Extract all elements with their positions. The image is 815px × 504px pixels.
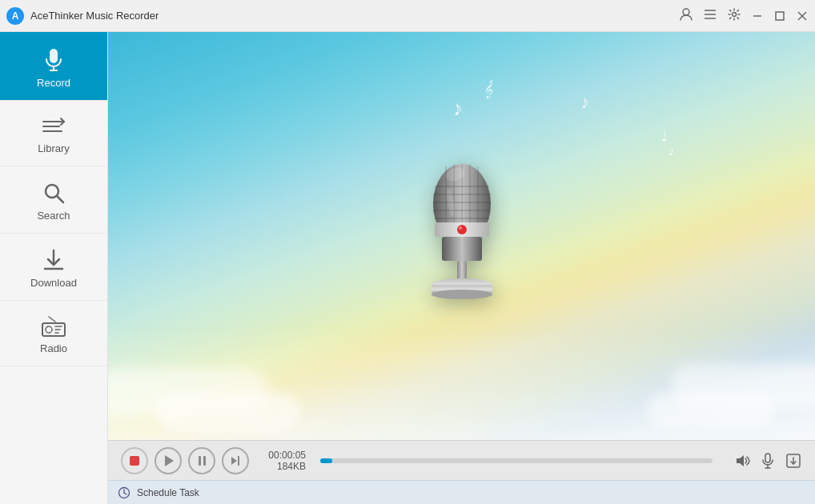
volume-button[interactable] — [733, 452, 751, 470]
cloud-left2 — [156, 392, 300, 432]
maximize-button[interactable] — [773, 10, 786, 22]
close-button[interactable] — [796, 10, 809, 22]
music-note-2: 𝄞 — [483, 79, 495, 98]
minimize-button[interactable] — [751, 10, 764, 22]
sidebar-item-search[interactable]: Search — [0, 166, 107, 234]
play-button[interactable] — [155, 447, 182, 474]
schedule-task-label: Schedule Task — [137, 487, 199, 498]
stop-button[interactable] — [121, 447, 148, 474]
settings-icon[interactable] — [727, 7, 741, 25]
right-controls — [733, 452, 802, 470]
download-icon — [42, 248, 66, 272]
svg-rect-46 — [765, 454, 770, 462]
download-label: Download — [30, 277, 77, 289]
sidebar-item-download[interactable]: Download — [0, 234, 107, 301]
app-logo: A — [6, 7, 24, 25]
svg-line-53 — [124, 493, 126, 494]
svg-marker-45 — [737, 455, 744, 466]
app-logo-letter: A — [12, 10, 19, 22]
record-label: Record — [37, 77, 70, 89]
sky-background: ♪ 𝄞 ♪ ♪ ♩ ♪ — [108, 32, 815, 440]
svg-point-43 — [432, 290, 492, 299]
svg-point-37 — [457, 225, 467, 234]
svg-point-0 — [683, 9, 689, 15]
transport-controls: 00:00:05 184KB — [108, 440, 815, 480]
progress-bar[interactable] — [320, 458, 713, 463]
mic-button[interactable] — [759, 452, 777, 470]
schedule-task-bar[interactable]: Schedule Task — [108, 480, 815, 504]
microphone — [406, 146, 518, 326]
svg-rect-9 — [50, 49, 58, 63]
skip-button[interactable] — [222, 447, 249, 474]
skip-triangle — [231, 457, 237, 465]
svg-rect-6 — [776, 12, 784, 20]
menu-icon[interactable] — [703, 7, 717, 25]
svg-line-16 — [57, 196, 63, 202]
svg-point-38 — [459, 226, 462, 230]
clock-icon — [118, 486, 130, 499]
sidebar-item-library[interactable]: Library — [0, 101, 107, 166]
svg-rect-39 — [442, 237, 482, 261]
elapsed-time: 00:00:05 — [268, 450, 306, 461]
pause-bar-1 — [199, 456, 201, 466]
sidebar-item-radio[interactable]: Radio — [0, 301, 107, 366]
search-label: Search — [37, 210, 70, 222]
pause-button[interactable] — [188, 447, 215, 474]
skip-icon — [231, 456, 239, 466]
search-icon — [42, 181, 66, 205]
export-button[interactable] — [785, 452, 802, 470]
time-info: 00:00:05 184KB — [262, 450, 306, 472]
pause-icon — [199, 456, 206, 466]
microphone-icon — [41, 46, 66, 72]
title-bar-controls — [679, 7, 809, 25]
svg-point-4 — [733, 12, 737, 16]
music-note-1: ♪ — [450, 95, 464, 122]
cloud-right2 — [647, 392, 775, 428]
skip-bar — [238, 456, 239, 466]
music-note-5: ♩ — [660, 128, 668, 146]
svg-point-20 — [46, 326, 52, 333]
account-icon[interactable] — [679, 7, 693, 25]
title-bar-left: A AceThinker Music Recorder — [6, 7, 159, 25]
app-title: AceThinker Music Recorder — [30, 10, 159, 22]
pause-bar-2 — [203, 456, 206, 466]
main-layout: Record Library Search — [0, 32, 815, 504]
music-note-3: ♪ — [580, 92, 590, 114]
sidebar: Record Library Search — [0, 32, 108, 504]
progress-fill — [320, 458, 332, 463]
title-bar: A AceThinker Music Recorder — [0, 0, 815, 32]
radio-label: Radio — [40, 342, 67, 354]
music-note-6: ♪ — [668, 144, 676, 159]
library-icon — [42, 115, 66, 138]
stop-icon — [130, 456, 139, 466]
content-area: ♪ 𝄞 ♪ ♪ ♩ ♪ — [108, 32, 815, 504]
radio-icon — [41, 315, 66, 338]
file-size: 184KB — [277, 461, 306, 472]
library-label: Library — [38, 142, 70, 154]
play-icon — [165, 455, 174, 466]
sidebar-item-record[interactable]: Record — [0, 32, 107, 101]
